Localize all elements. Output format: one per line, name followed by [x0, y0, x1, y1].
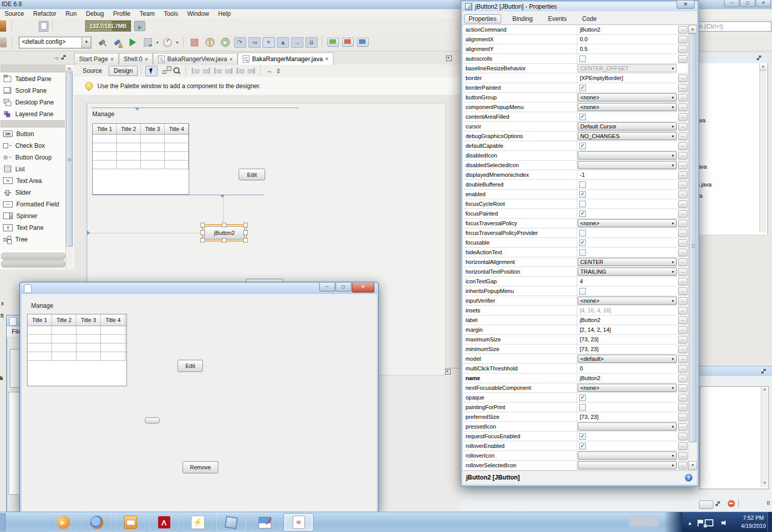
chevron-down-icon[interactable]: ▼ — [670, 454, 676, 458]
chevron-down-icon[interactable]: ▼ — [670, 299, 676, 303]
output-scrollbar[interactable]: ▲ ▼ — [761, 387, 768, 487]
property-row[interactable]: focusCycleRoot... — [463, 199, 688, 209]
checkbox-icon[interactable] — [579, 249, 586, 256]
palette-item-list[interactable]: List — [0, 163, 65, 175]
hidden-icons-arrow[interactable]: ▲ — [687, 520, 692, 526]
table-row[interactable] — [93, 135, 189, 143]
scroll-down-icon[interactable]: ▼ — [761, 481, 768, 487]
table-header-cell[interactable]: Title 2 — [117, 124, 141, 134]
table-cell[interactable] — [76, 335, 101, 343]
property-row[interactable]: insets[4, 16, 4, 16]... — [463, 306, 688, 315]
table-cell[interactable] — [93, 161, 117, 169]
heap-monitor-icon[interactable] — [357, 38, 369, 47]
tab-bakarangerview-java[interactable]: BakaRangerView.java× — [153, 53, 238, 65]
table-cell[interactable] — [52, 343, 76, 352]
table-cell[interactable] — [93, 152, 117, 160]
checkbox-icon[interactable] — [579, 201, 586, 207]
ellipsis-edit-button[interactable]: ... — [678, 326, 687, 334]
checkbox-icon[interactable]: ✓ — [579, 240, 586, 246]
scroll-up-icon[interactable]: ▲ — [761, 387, 768, 393]
runtime-remove-button[interactable]: Remove — [183, 461, 218, 473]
blurred-taskbar-item[interactable] — [629, 516, 659, 527]
property-row[interactable]: focusTraversalPolicyProvider... — [463, 228, 688, 238]
show-desktop-button[interactable] — [767, 512, 772, 532]
property-combobox[interactable]: ▼ — [578, 422, 677, 431]
property-row[interactable]: debugGraphicsOptionsNO_CHANGES▼... — [463, 131, 688, 141]
pause-icon[interactable]: ❙❙ — [203, 36, 217, 48]
ellipsis-edit-button[interactable]: ... — [678, 462, 687, 469]
chevron-down-icon[interactable]: ▼ — [670, 154, 676, 157]
table-cell[interactable] — [141, 135, 165, 143]
ellipsis-edit-button[interactable]: ... — [678, 103, 687, 111]
ellipsis-edit-button[interactable]: ... — [678, 452, 687, 460]
close-icon[interactable] — [757, 56, 761, 60]
continue-icon[interactable]: ▶ — [219, 36, 232, 48]
checkbox-icon[interactable]: ✓ — [579, 191, 586, 198]
close-icon[interactable]: × — [325, 56, 328, 62]
scroll-down-icon[interactable]: ▼ — [688, 461, 697, 470]
property-combobox[interactable]: CENTER▼ — [578, 258, 677, 266]
property-combobox[interactable]: Default Cursor▼ — [578, 122, 677, 130]
volume-icon[interactable] — [719, 520, 726, 525]
taskbar-item-netbeans-icon[interactable] — [216, 513, 246, 531]
property-row[interactable]: minimumSize[73, 23]... — [463, 344, 688, 354]
selection-handle[interactable] — [243, 230, 248, 235]
resize-vertical-icon[interactable]: ⇕ — [275, 67, 281, 75]
property-combobox[interactable]: ▼ — [578, 161, 677, 169]
palette-item-button[interactable]: OKButton — [0, 128, 65, 140]
table-cell[interactable] — [28, 343, 52, 352]
ellipsis-edit-button[interactable]: ... — [678, 84, 687, 92]
ellipsis-edit-button[interactable]: ... — [678, 268, 687, 276]
ellipsis-edit-button[interactable]: ... — [678, 423, 687, 431]
table-row[interactable] — [93, 143, 189, 152]
ellipsis-edit-button[interactable]: ... — [678, 200, 687, 208]
ellipsis-edit-button[interactable]: ... — [678, 287, 687, 295]
ellipsis-edit-button[interactable]: ... — [678, 365, 687, 373]
minimize-icon[interactable]: ─ — [724, 0, 739, 7]
align-bottom-icon[interactable] — [235, 67, 245, 75]
chevron-down-icon[interactable]: ▼ — [670, 222, 676, 225]
property-row[interactable]: doubleBuffered... — [463, 180, 688, 190]
property-combobox[interactable]: TRAILING▼ — [578, 268, 677, 276]
property-row[interactable]: horizontalAlignmentCENTER▼... — [463, 257, 688, 267]
ellipsis-edit-button[interactable]: ... — [678, 316, 687, 324]
table-cell[interactable] — [165, 143, 189, 151]
dock-left-icon[interactable]: ◅ — [54, 55, 58, 61]
close-icon[interactable]: × — [229, 57, 233, 62]
chevron-down-icon[interactable]: ▼ — [670, 96, 676, 99]
ellipsis-edit-button[interactable]: ... — [678, 375, 687, 382]
ellipsis-edit-button[interactable]: ... — [678, 36, 687, 43]
taskbar-item-media-player-icon[interactable] — [48, 513, 78, 531]
table-cell[interactable] — [28, 326, 52, 334]
center-vertical-icon[interactable] — [246, 67, 256, 75]
ellipsis-edit-button[interactable]: ... — [678, 345, 687, 353]
source-view-button[interactable]: Source — [78, 66, 107, 75]
chevron-down-icon[interactable]: ▼ — [670, 105, 676, 109]
property-row[interactable]: disabledIcon▼... — [463, 151, 688, 161]
garbage-collect-icon[interactable] — [134, 21, 145, 31]
table-header-cell[interactable]: Title 3 — [76, 314, 101, 326]
table-cell[interactable] — [141, 152, 165, 160]
property-row[interactable]: contentAreaFilled✓... — [463, 112, 688, 122]
step-into-icon[interactable]: ▼ — [263, 37, 275, 48]
ellipsis-edit-button[interactable]: ... — [678, 152, 687, 159]
scroll-up-icon[interactable]: ▲ — [760, 64, 766, 71]
checkbox-icon[interactable] — [579, 56, 586, 62]
palette-item-tree[interactable]: Tree — [0, 233, 65, 245]
ellipsis-edit-button[interactable]: ... — [678, 171, 687, 179]
menu-item-help[interactable]: Help — [214, 10, 236, 17]
table-cell[interactable] — [76, 326, 101, 334]
checkbox-icon[interactable]: ✓ — [579, 210, 586, 217]
close-icon[interactable]: ✕ — [352, 283, 374, 292]
property-row[interactable]: multiClickThreshhold0... — [463, 364, 688, 374]
run-to-cursor-icon[interactable]: → — [291, 37, 303, 48]
ellipsis-edit-button[interactable]: ... — [678, 123, 687, 130]
checkbox-icon[interactable]: ✓ — [579, 443, 586, 449]
minimize-icon[interactable]: ─ — [319, 283, 335, 291]
ellipsis-edit-button[interactable]: ... — [678, 113, 687, 121]
menu-item-source[interactable]: Source — [0, 10, 29, 17]
table-row[interactable] — [28, 343, 126, 352]
scroll-up-icon[interactable]: ▲ — [66, 65, 73, 72]
ellipsis-edit-button[interactable]: ... — [678, 142, 687, 150]
checkbox-icon[interactable] — [579, 181, 586, 188]
